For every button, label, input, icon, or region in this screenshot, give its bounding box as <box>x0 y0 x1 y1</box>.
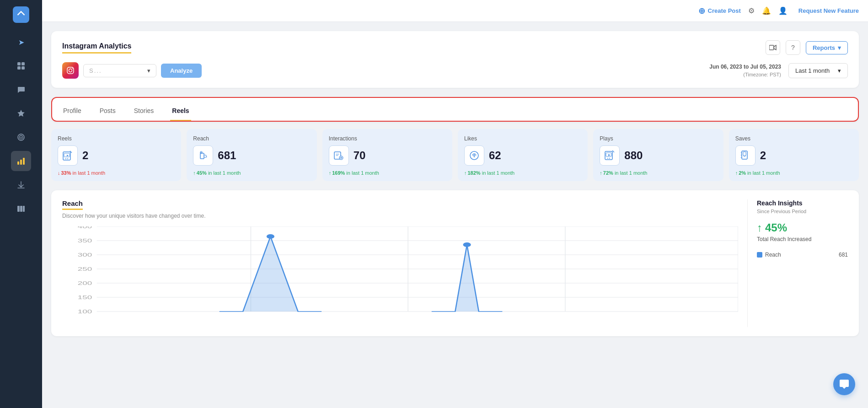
metric-change-pct-plays: 72% in last 1 month <box>603 170 648 176</box>
metric-body-interactions: 70 <box>329 145 446 166</box>
sidebar-item-dashboard[interactable] <box>11 56 31 76</box>
analyze-button[interactable]: Analyze <box>161 64 202 78</box>
svg-marker-51 <box>220 236 321 311</box>
sidebar-item-chart[interactable] <box>11 151 31 171</box>
period-chevron-icon: ▾ <box>838 67 841 74</box>
svg-text:350: 350 <box>78 238 92 243</box>
svg-text:250: 250 <box>78 266 92 272</box>
question-icon: ? <box>791 44 795 51</box>
plus-icon: ⊕ <box>698 6 705 16</box>
svg-rect-9 <box>23 158 25 165</box>
help-icon-btn[interactable]: ? <box>786 40 800 55</box>
chart-main: Reach Discover how your unique visitors … <box>62 199 738 327</box>
sidebar-logo[interactable] <box>13 6 29 23</box>
svg-text:400: 400 <box>78 226 92 229</box>
reach-chart-svg: 400 350 300 250 200 150 100 <box>62 226 738 327</box>
svg-rect-2 <box>17 66 21 70</box>
metric-change-interactions: ↑ 169% in last 1 month <box>329 170 446 176</box>
tab-posts[interactable]: Posts <box>98 102 118 121</box>
metric-body-saves: 2 <box>735 145 852 166</box>
account-selector: S... ▾ Analyze <box>62 62 202 79</box>
chat-fab-button[interactable] <box>833 373 855 395</box>
metric-change-pct-interactions: 169% in last 1 month <box>332 170 379 176</box>
metrics-grid: Reels 2 ↓ <box>51 129 859 181</box>
metric-card-likes: Likes 62 ↑ 182% in last 1 month <box>458 129 588 181</box>
tab-stories[interactable]: Stories <box>132 102 156 121</box>
svg-text:200: 200 <box>78 280 92 286</box>
insights-percentage: ↑ 45% <box>757 221 848 234</box>
svg-rect-8 <box>20 160 22 165</box>
metric-label-reels: Reels <box>58 135 175 142</box>
svg-point-30 <box>609 158 610 159</box>
metric-value-reach: 681 <box>218 149 236 162</box>
saves-icon-wrap <box>735 145 755 166</box>
tab-profile[interactable]: Profile <box>61 102 83 121</box>
metric-label-reach: Reach <box>193 135 310 142</box>
metric-body-plays: 880 <box>600 145 717 166</box>
metric-body-reach: 681 <box>193 145 310 166</box>
metric-card-interactions: Interactions 70 ↑ 169% in last 1 mo <box>322 129 452 181</box>
svg-rect-13 <box>769 45 774 50</box>
metric-change-reach: ↑ 45% in last 1 month <box>193 170 310 176</box>
notifications-icon[interactable]: 🔔 <box>762 6 771 15</box>
svg-rect-7 <box>17 161 19 165</box>
metric-card-plays: Plays 880 ↑ <box>593 129 723 181</box>
sidebar-item-books[interactable] <box>11 199 31 219</box>
analytics-header: Instagram Analytics ? Reports ▾ <box>62 40 848 55</box>
down-arrow-icon: ↓ <box>58 170 60 176</box>
sidebar-item-star[interactable] <box>11 103 31 123</box>
svg-rect-3 <box>21 66 25 70</box>
tabs-container: Profile Posts Stories Reels <box>61 102 849 121</box>
metric-label-interactions: Interactions <box>329 135 446 142</box>
metric-value-likes: 62 <box>489 149 501 162</box>
svg-point-19 <box>65 158 66 159</box>
period-dropdown[interactable]: Last 1 month ▾ <box>788 63 848 78</box>
sidebar-item-target[interactable] <box>11 127 31 147</box>
chart-area: 400 350 300 250 200 150 100 <box>62 226 738 327</box>
svg-rect-31 <box>742 151 747 159</box>
date-range-value: Jun 06, 2023 to Jul 05, 2023 <box>709 64 781 70</box>
chart-insights: Reach Insights Since Previous Period ↑ 4… <box>747 199 848 327</box>
svg-text:150: 150 <box>78 295 92 300</box>
up-arrow-icon-plays: ↑ <box>600 170 602 176</box>
svg-rect-0 <box>17 62 21 65</box>
insights-title: Reach Insights <box>757 199 848 207</box>
legend-left: Reach <box>757 252 781 258</box>
svg-point-16 <box>72 68 73 69</box>
tab-reels[interactable]: Reels <box>170 102 191 121</box>
user-icon[interactable]: 👤 <box>778 6 788 15</box>
sidebar: ➤ <box>0 0 42 408</box>
metric-value-saves: 2 <box>760 149 766 162</box>
interactions-icon-wrap <box>329 145 349 166</box>
metric-label-plays: Plays <box>600 135 717 142</box>
legend-label-reach: Reach <box>765 252 781 258</box>
metric-card-reels: Reels 2 ↓ <box>51 129 181 181</box>
account-dropdown[interactable]: S... ▾ <box>83 64 156 77</box>
up-arrow-icon-saves: ↑ <box>735 170 738 176</box>
create-post-button[interactable]: ⊕ Create Post <box>698 6 741 16</box>
up-arrow-insights-icon: ↑ <box>757 221 762 234</box>
chevron-down-icon: ▾ <box>838 44 841 51</box>
sidebar-item-download[interactable] <box>11 175 31 195</box>
insights-desc: Total Reach Increased <box>757 236 848 242</box>
svg-rect-11 <box>20 206 22 212</box>
content-area: Instagram Analytics ? Reports ▾ <box>42 22 868 408</box>
metric-body-reels: 2 <box>58 145 175 166</box>
metric-change-plays: ↑ 72% in last 1 month <box>600 170 717 176</box>
sidebar-item-navigate[interactable]: ➤ <box>11 32 31 52</box>
svg-rect-32 <box>743 152 746 156</box>
request-feature-link[interactable]: Request New Feature <box>798 7 859 14</box>
likes-icon-wrap <box>464 145 484 166</box>
settings-icon[interactable]: ⚙ <box>748 6 755 15</box>
chart-section: Reach Discover how your unique visitors … <box>51 190 859 336</box>
date-range: Jun 06, 2023 to Jul 05, 2023 (Timezone: … <box>709 63 848 79</box>
analytics-card: Instagram Analytics ? Reports ▾ <box>51 31 859 88</box>
svg-rect-21 <box>200 153 204 159</box>
metric-change-pct-saves: 2% in last 1 month <box>739 170 780 176</box>
metric-value-interactions: 70 <box>354 149 366 162</box>
svg-point-15 <box>69 69 72 72</box>
video-icon-btn[interactable] <box>766 40 780 55</box>
reports-button[interactable]: Reports ▾ <box>806 41 848 54</box>
metric-value-plays: 880 <box>624 149 643 162</box>
sidebar-item-messages[interactable] <box>11 80 31 100</box>
